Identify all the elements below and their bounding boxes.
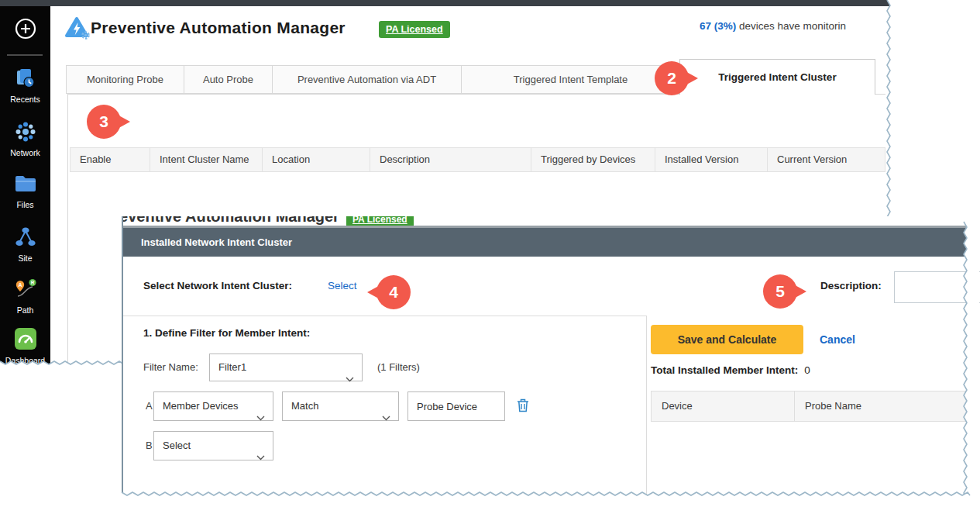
svg-text:R: R [30, 280, 34, 285]
background-title-text: Preventive Automation Manager [123, 216, 339, 226]
cluster-table-header: Enable Intent Cluster Name Location Desc… [70, 147, 885, 172]
pa-manager-icon [65, 16, 90, 43]
result-table-header: Device Probe Name [651, 391, 970, 422]
tab-triggered-intent-cluster[interactable]: Triggered Intent Cluster [679, 59, 875, 95]
filter-row-a-key: A [146, 391, 153, 421]
filter-count-label: (1 Filters) [377, 354, 420, 381]
monitoring-note-count: 67 (3%) [700, 20, 736, 32]
total-installed-member-intent: Total Installed Member Intent:0 [651, 364, 810, 376]
sidebar-item-label: Site [0, 254, 50, 263]
delete-filter-row-button[interactable] [517, 398, 529, 416]
tab-monitoring-probe[interactable]: Monitoring Probe [66, 65, 184, 94]
sidebar-item-site[interactable]: Site [0, 226, 50, 263]
chevron-down-icon [256, 443, 265, 471]
column-header-enable[interactable]: Enable [70, 148, 150, 171]
add-icon [14, 29, 37, 43]
filter-a-field-dropdown[interactable]: Member Devices [153, 391, 273, 421]
select-network-intent-cluster-label: Select Network Intent Cluster: [143, 280, 292, 291]
callout-step-4: 4 [377, 275, 411, 309]
sidebar-item-label: Recents [0, 95, 50, 104]
column-header-location[interactable]: Location [263, 148, 370, 171]
save-and-calculate-button[interactable]: Save and Calculate [651, 325, 803, 354]
torn-edge-dialog-bottom [122, 491, 970, 507]
sidebar: Recents Network Files [0, 6, 50, 366]
dialog-separator [123, 316, 646, 316]
total-label: Total Installed Member Intent: [651, 364, 798, 376]
sidebar-item-add[interactable] [0, 17, 50, 43]
filter-name-value: Filter1 [218, 361, 246, 373]
tab-auto-probe[interactable]: Auto Probe [184, 65, 273, 94]
sidebar-item-recents[interactable]: Recents [0, 67, 50, 104]
torn-edge-sidebar-bottom [0, 360, 124, 377]
chevron-down-icon [256, 404, 265, 432]
dashboard-icon [13, 340, 38, 354]
column-header-current-version[interactable]: Current Version [768, 148, 885, 171]
column-header-installed-version[interactable]: Installed Version [655, 148, 768, 171]
filter-a-operator-value: Match [291, 400, 318, 412]
monitoring-note: 67 (3%) devices have monitorin [700, 20, 846, 32]
sidebar-item-path[interactable]: A R Path [0, 276, 50, 315]
column-header-intent-cluster-name[interactable]: Intent Cluster Name [150, 148, 263, 171]
path-icon: A R [13, 290, 38, 303]
select-cluster-link[interactable]: Select [328, 280, 357, 291]
sidebar-item-files[interactable]: Files [0, 172, 50, 209]
filter-name-dropdown[interactable]: Filter1 [209, 354, 363, 381]
license-badge: PA Licensed [379, 21, 450, 38]
site-icon [14, 238, 37, 251]
files-icon [13, 185, 38, 198]
monitoring-note-text: devices have monitorin [736, 20, 846, 32]
filter-a-field-value: Member Devices [163, 400, 239, 412]
column-header-probe-name[interactable]: Probe Name [795, 391, 969, 421]
screen: Recents Network Files [0, 0, 980, 507]
total-value: 0 [804, 364, 810, 376]
callout-step-3: 3 [87, 105, 121, 139]
tab-preventive-automation-via-adt[interactable]: Preventive Automation via ADT [272, 65, 462, 94]
callout-step-2: 2 [655, 61, 689, 95]
installed-network-intent-cluster-dialog: Preventive Automation Manager PA License… [122, 216, 967, 496]
tab-triggered-intent-template[interactable]: Triggered Intent Template [461, 65, 680, 94]
svg-text:A: A [18, 282, 22, 288]
callout-step-5: 5 [763, 274, 797, 309]
filter-row-b-key: B [146, 431, 153, 460]
filter-b-field-value: Select [163, 440, 191, 451]
chevron-down-icon [382, 404, 390, 432]
sidebar-divider [7, 54, 43, 56]
sidebar-item-label: Files [0, 200, 50, 209]
top-bar [0, 0, 892, 6]
chevron-down-icon [346, 366, 354, 392]
column-header-device[interactable]: Device [652, 391, 795, 421]
sidebar-item-network[interactable]: Network [0, 120, 50, 157]
cancel-link[interactable]: Cancel [820, 325, 855, 354]
sidebar-item-label: Path [0, 305, 50, 315]
define-filter-heading: 1. Define Filter for Member Intent: [143, 327, 310, 339]
description-label: Description: [820, 280, 882, 291]
sidebar-item-label: Network [0, 148, 50, 157]
trash-icon [517, 398, 529, 412]
filter-name-label: Filter Name: [143, 354, 198, 381]
dialog-vertical-divider [646, 316, 647, 496]
recents-icon [14, 79, 37, 92]
background-title-fragment: Preventive Automation Manager PA License… [123, 216, 967, 226]
torn-edge-dialog-right [962, 222, 979, 498]
filter-a-value-input[interactable] [407, 391, 505, 421]
filter-a-operator-dropdown[interactable]: Match [282, 391, 399, 421]
filter-b-field-dropdown[interactable]: Select [153, 431, 273, 460]
column-header-description[interactable]: Description [370, 148, 531, 171]
dialog-titlebar[interactable]: Installed Network Intent Cluster [123, 228, 967, 257]
background-badge-fragment: PA Licensed [346, 216, 414, 226]
column-header-triggered-by-devices[interactable]: Triggered by Devices [531, 148, 655, 171]
network-icon [14, 133, 37, 146]
torn-edge-main-right [885, 0, 903, 226]
page-title: Preventive Automation Manager [91, 19, 346, 37]
